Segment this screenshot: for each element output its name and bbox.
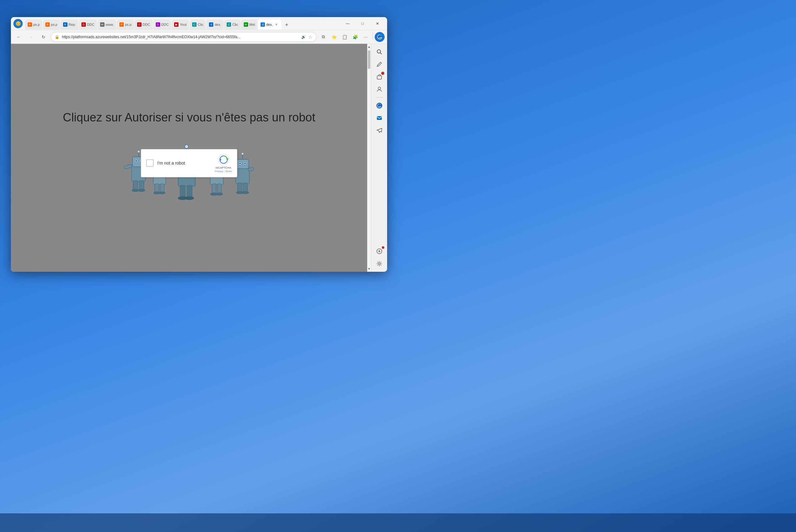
- tab-rep[interactable]: R Rep:: [61, 20, 78, 30]
- svg-rect-43: [187, 185, 192, 198]
- refresh-button[interactable]: ↻: [38, 32, 49, 42]
- tab-youtube[interactable]: ▶ Yout: [171, 20, 189, 30]
- window-controls: — □ ✕: [341, 19, 385, 28]
- tab-favicon-ps1: P: [28, 22, 32, 27]
- svg-point-11: [138, 150, 140, 153]
- tab-favicon-wel: W: [244, 22, 248, 27]
- svg-point-45: [185, 196, 194, 200]
- scroll-up-arrow[interactable]: ▲: [367, 44, 371, 49]
- tab-close-active[interactable]: ✕: [274, 22, 279, 27]
- tab-clic2[interactable]: C Clic: [224, 20, 240, 30]
- svg-point-65: [245, 163, 246, 164]
- svg-point-31: [159, 191, 165, 194]
- svg-rect-61: [236, 159, 249, 169]
- address-bar[interactable]: 🔒 https://platformsads.azurewebsites.net…: [51, 32, 316, 42]
- svg-rect-76: [377, 76, 381, 79]
- recaptcha-logo-icon: [218, 154, 230, 166]
- tab-favicon-ddc2: D: [137, 22, 142, 27]
- title-bar: 😊 P ps.p P ps.p R Rep: D DDC W ww: [11, 17, 387, 30]
- tab-dex1[interactable]: d dex.: [206, 20, 223, 30]
- extensions-button[interactable]: 🧩: [350, 32, 360, 42]
- profile-icon[interactable]: 😊: [13, 19, 23, 28]
- favorite-icon[interactable]: ☆: [308, 35, 312, 39]
- tab-ddc1[interactable]: D DDC: [79, 20, 97, 30]
- svg-point-59: [216, 193, 223, 196]
- tab-ps3[interactable]: P ps.p: [117, 20, 134, 30]
- scrollbar-thumb[interactable]: [368, 50, 370, 69]
- badge-dot: [381, 72, 384, 75]
- split-screen-button[interactable]: ⧉: [319, 32, 328, 42]
- sidebar-bag-icon[interactable]: [374, 71, 385, 82]
- sidebar-circle-icon[interactable]: [374, 100, 385, 111]
- taskbar: [0, 513, 796, 532]
- svg-point-6: [134, 159, 138, 163]
- lock-icon: 🔒: [55, 35, 59, 39]
- tab-ps2[interactable]: P ps.p: [43, 20, 60, 30]
- minimize-button[interactable]: —: [341, 19, 355, 28]
- edge-sidebar: [371, 44, 387, 272]
- svg-rect-28: [155, 184, 159, 193]
- nav-bar: ← → ↻ 🔒 https://platformsads.azurewebsit…: [11, 30, 387, 44]
- tab-wel[interactable]: W Wel: [241, 20, 258, 30]
- scrollbar[interactable]: ▲ ▼: [367, 44, 371, 272]
- tab-bar: P ps.p P ps.p R Rep: D DDC W www. P ps.p: [24, 18, 339, 30]
- tab-favicon-ddc3: D: [156, 22, 160, 27]
- url-text: https://platformsads.azurewebsites.net/1…: [62, 35, 299, 39]
- recaptcha-widget: I'm not a robot reCAPTCHA: [141, 149, 237, 177]
- collections-button[interactable]: 📋: [340, 32, 349, 42]
- back-button[interactable]: ←: [13, 32, 24, 42]
- svg-line-75: [380, 53, 381, 54]
- svg-point-64: [239, 163, 241, 164]
- browser-content: Cliquez sur Autoriser si vous n'êtes pas…: [11, 44, 387, 272]
- svg-point-58: [210, 193, 218, 196]
- more-button[interactable]: ···: [361, 32, 370, 42]
- tab-favicon-dex1: d: [209, 22, 213, 27]
- scroll-down-arrow[interactable]: ▼: [367, 266, 371, 271]
- sidebar-telegram-icon[interactable]: [374, 125, 385, 136]
- svg-rect-71: [243, 183, 248, 192]
- svg-rect-56: [212, 184, 216, 194]
- sidebar-add-icon[interactable]: [374, 246, 385, 257]
- tab-ddc3[interactable]: D DDC: [153, 20, 171, 30]
- tab-favicon-rep: R: [63, 22, 68, 27]
- tab-favicon-ddc1: D: [82, 22, 86, 27]
- sidebar-pencil-icon[interactable]: [374, 59, 385, 70]
- sidebar-outlook-icon[interactable]: [374, 112, 385, 124]
- svg-point-73: [241, 191, 249, 194]
- recaptcha-brand-text: reCAPTCHA: [216, 166, 231, 169]
- edge-icon[interactable]: [375, 32, 385, 42]
- maximize-button[interactable]: □: [356, 19, 370, 28]
- svg-point-17: [138, 189, 145, 192]
- sidebar-person-icon[interactable]: [374, 83, 385, 95]
- nav-right-icons: ⧉ ⭐ 📋 🧩 ···: [319, 32, 385, 42]
- new-tab-button[interactable]: +: [282, 21, 291, 30]
- svg-point-8: [135, 160, 137, 162]
- add-badge: [382, 246, 384, 249]
- sidebar-settings-icon[interactable]: [374, 258, 385, 269]
- tab-ps1[interactable]: P ps.p: [25, 20, 42, 30]
- read-aloud-icon: 🔊: [301, 35, 306, 39]
- svg-point-67: [241, 152, 244, 155]
- page-content: Cliquez sur Autoriser si vous n'êtes pas…: [11, 44, 367, 272]
- forward-button[interactable]: →: [26, 32, 36, 42]
- svg-point-63: [243, 162, 247, 165]
- svg-rect-57: [217, 184, 221, 194]
- recaptcha-checkbox[interactable]: [146, 159, 153, 167]
- svg-point-72: [236, 191, 243, 194]
- favorites-button[interactable]: ⭐: [329, 32, 339, 42]
- tab-favicon-ps3: P: [120, 22, 124, 27]
- tab-dex2-active[interactable]: d dex. ✕: [258, 20, 282, 30]
- svg-rect-60: [236, 167, 249, 184]
- svg-point-77: [378, 87, 381, 90]
- svg-rect-14: [133, 181, 138, 190]
- recaptcha-links: Privacy - Terms: [215, 170, 232, 173]
- sidebar-search-icon[interactable]: [374, 46, 385, 57]
- tab-ddc2[interactable]: D DDC: [134, 20, 153, 30]
- svg-point-83: [378, 263, 380, 265]
- svg-point-39: [185, 145, 188, 149]
- tab-www[interactable]: W www.: [98, 20, 116, 30]
- close-button[interactable]: ✕: [370, 19, 385, 28]
- tab-clic1[interactable]: C Clic: [190, 20, 206, 30]
- svg-rect-29: [160, 184, 164, 193]
- tab-favicon-dex2: d: [260, 22, 265, 27]
